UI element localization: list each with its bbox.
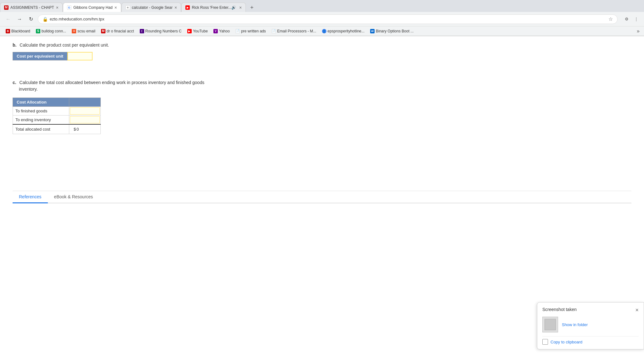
bookmarks-more-button[interactable]: » — [636, 28, 641, 34]
tab-title-4: Rick Ross 'Free Enter... — [192, 5, 231, 10]
tab-ebook[interactable]: eBook & Resources — [48, 191, 99, 203]
bookmark-favicon-dro: M — [101, 29, 105, 33]
tab-close-1[interactable]: × — [56, 5, 59, 10]
bookmark-favicon-blackboard: B — [6, 29, 10, 33]
browser-chrome: M ASSIGNMENTS - CHAPT × G Gibbons Compan… — [0, 0, 644, 36]
copy-to-clipboard-label[interactable]: Copy to clipboard — [551, 340, 582, 344]
tab-title-1: ASSIGNMENTS - CHAPT — [10, 5, 54, 10]
screenshot-thumbnail — [542, 317, 558, 332]
screenshot-thumb-inner — [545, 319, 556, 330]
table-row-ending-inventory: To ending inventory — [13, 116, 101, 125]
cost-per-unit-label: Cost per equivalent unit — [13, 52, 67, 60]
bookmark-dro[interactable]: M dr o finacial acct — [99, 28, 137, 34]
bookmark-bulldog[interactable]: S bulldog conn... — [33, 28, 69, 34]
screenshot-notification: Screenshot taken × Show in folder Copy t… — [537, 302, 644, 349]
tab-close-4[interactable]: × — [239, 5, 242, 10]
tab-favicon-4: ▶ — [185, 5, 190, 10]
audio-icon: 🔊 — [231, 5, 236, 10]
screenshot-divider — [542, 336, 639, 337]
dollar-sign: $ — [74, 127, 76, 132]
bookmark-label-rounding: Rounding Numbers C — [145, 29, 182, 33]
tab-assignments[interactable]: M ASSIGNMENTS - CHAPT × — [0, 3, 63, 12]
bookmark-favicon-youtube: ▶ — [187, 29, 192, 33]
bookmarks-bar: B Blackboard S bulldog conn... ⊞ scsu em… — [0, 26, 644, 36]
bookmark-label-dro: dr o finacial acct — [107, 29, 134, 33]
tab-close-2[interactable]: × — [115, 5, 117, 10]
bookmark-eps[interactable]: 👤 epsprosperityhotline... — [319, 28, 367, 34]
bookmark-rounding[interactable]: Σ Rounding Numbers C — [137, 28, 184, 34]
cost-allocation-header-input — [69, 98, 101, 107]
tab-title-3: calculator - Google Sear — [132, 5, 172, 10]
bookmark-label-eps: epsprosperityhotline... — [328, 29, 364, 33]
finished-goods-input-cell[interactable] — [69, 107, 101, 116]
tab-title-2: Gibbons Company Had — [73, 5, 113, 10]
total-allocated-value-cell: $ 0 — [69, 124, 101, 134]
cost-per-unit-input-cell[interactable] — [67, 52, 93, 60]
total-allocated-label: Total allocated cost — [13, 124, 69, 134]
tab-close-3[interactable]: × — [174, 5, 177, 10]
finished-goods-input[interactable] — [70, 107, 100, 115]
table-row-total: Total allocated cost $ 0 — [13, 124, 101, 134]
screenshot-body: Show in folder — [542, 317, 639, 332]
chrome-menu-button[interactable]: ⋮ — [632, 15, 640, 23]
tab-gibbons[interactable]: G Gibbons Company Had × — [63, 3, 121, 12]
bookmark-star-icon[interactable]: ☆ — [608, 16, 613, 22]
copy-icon — [542, 339, 548, 345]
bookmark-label-binary: Binary Options Boot ... — [376, 29, 414, 33]
bookmark-favicon-bulldog: S — [36, 29, 40, 33]
bookmark-youtube[interactable]: ▶ YouTube — [185, 28, 210, 34]
bookmark-prewritten[interactable]: 📄 pre written ads — [233, 28, 268, 34]
forward-button[interactable]: → — [15, 15, 24, 24]
address-url: ezto.mheducation.com/hm.tpx — [50, 17, 605, 21]
bookmark-binary[interactable]: W Binary Options Boot ... — [368, 28, 416, 34]
section-c-instruction: c. Calculate the total cost allocated be… — [13, 79, 631, 93]
references-tabs-row: References eBook & Resources — [13, 191, 631, 203]
back-button[interactable]: ← — [4, 15, 13, 24]
bookmark-email[interactable]: 📄 Email Processors - M... — [269, 28, 319, 34]
finished-goods-label: To finished goods — [13, 107, 69, 116]
table-row-finished-goods: To finished goods — [13, 107, 101, 116]
copy-to-clipboard-row[interactable]: Copy to clipboard — [542, 339, 639, 345]
section-b: b. Calculate the product cost per equiva… — [13, 42, 631, 60]
bookmark-favicon-email: 📄 — [272, 29, 276, 33]
screenshot-notification-header: Screenshot taken × — [542, 307, 639, 314]
cost-per-unit-input[interactable] — [69, 54, 91, 59]
references-section: References eBook & Resources — [13, 191, 631, 203]
ending-inventory-input-cell[interactable] — [69, 116, 101, 125]
total-value: 0 — [76, 127, 79, 132]
bookmark-scsu[interactable]: ⊞ scsu email — [69, 28, 98, 34]
bookmark-favicon-eps: 👤 — [322, 29, 326, 33]
show-in-folder-link[interactable]: Show in folder — [562, 322, 588, 327]
address-input-container[interactable]: 🔒 ezto.mheducation.com/hm.tpx ☆ — [38, 14, 618, 24]
total-value-container: $ 0 — [72, 126, 98, 133]
ending-inventory-label: To ending inventory — [13, 116, 69, 125]
extensions-area: ⚙ ⋮ — [623, 15, 640, 23]
tab-favicon-2: G — [67, 5, 71, 10]
bookmark-label-yahoo: Yahoo — [219, 29, 230, 33]
bookmark-favicon-binary: W — [370, 29, 375, 33]
bookmark-label-prewritten: pre written ads — [241, 29, 266, 33]
reload-button[interactable]: ↻ — [26, 15, 35, 24]
tab-favicon-1: M — [4, 5, 8, 10]
bookmark-favicon-yahoo: Y — [213, 29, 218, 33]
extensions-button[interactable]: ⚙ — [623, 15, 631, 23]
section-c: c. Calculate the total cost allocated be… — [13, 79, 631, 134]
screenshot-close-button[interactable]: × — [635, 307, 639, 314]
screenshot-actions: Show in folder — [562, 322, 588, 327]
tab-rickross[interactable]: ▶ Rick Ross 'Free Enter... 🔊 × — [181, 3, 246, 12]
cost-allocation-table: Cost Allocation To finished goods To end… — [13, 98, 101, 134]
bookmark-favicon-scsu: ⊞ — [72, 29, 76, 33]
tab-references[interactable]: References — [13, 191, 48, 203]
bookmark-label-blackboard: Blackboard — [11, 29, 30, 33]
bookmark-label-scsu: scsu email — [77, 29, 95, 33]
screenshot-title: Screenshot taken — [542, 307, 577, 312]
bookmark-label-email: Email Processors - M... — [277, 29, 316, 33]
new-tab-button[interactable]: + — [247, 3, 256, 12]
bookmark-yahoo[interactable]: Y Yahoo — [211, 28, 232, 34]
bookmark-label-youtube: YouTube — [193, 29, 208, 33]
cost-allocation-header: Cost Allocation — [13, 98, 69, 107]
tab-bar: M ASSIGNMENTS - CHAPT × G Gibbons Compan… — [0, 0, 644, 12]
ending-inventory-input[interactable] — [70, 116, 100, 123]
tab-calculator[interactable]: ≡ calculator - Google Sear × — [121, 3, 181, 12]
bookmark-blackboard[interactable]: B Blackboard — [3, 28, 33, 34]
